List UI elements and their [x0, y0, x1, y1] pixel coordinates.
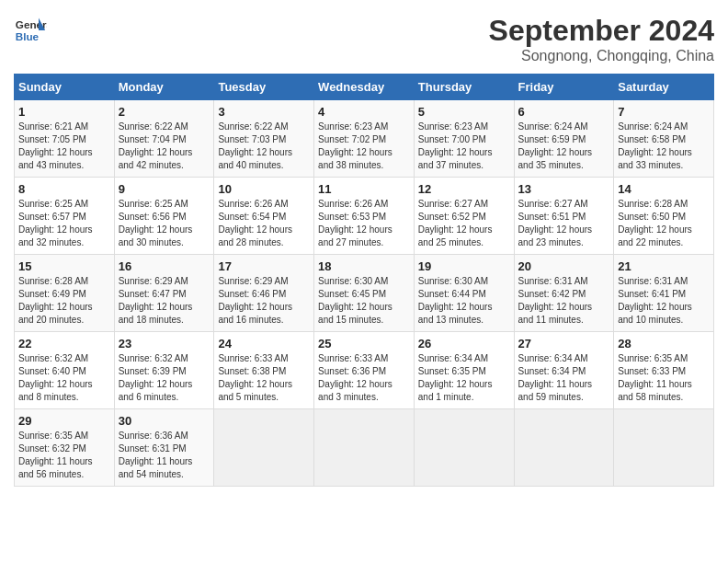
calendar-cell: 21Sunrise: 6:31 AM Sunset: 6:41 PM Dayli…: [614, 255, 714, 332]
calendar-cell: 22Sunrise: 6:32 AM Sunset: 6:40 PM Dayli…: [15, 332, 115, 409]
day-number: 30: [119, 414, 210, 428]
calendar-header-saturday: Saturday: [614, 75, 714, 100]
calendar-week-row: 22Sunrise: 6:32 AM Sunset: 6:40 PM Dayli…: [15, 332, 714, 409]
day-number: 20: [518, 259, 610, 273]
title-block: September 2024 Songnong, Chongqing, Chin…: [489, 14, 714, 64]
calendar-cell: 10Sunrise: 6:26 AM Sunset: 6:54 PM Dayli…: [214, 178, 314, 255]
calendar-cell: 2Sunrise: 6:22 AM Sunset: 7:04 PM Daylig…: [114, 100, 214, 178]
subtitle: Songnong, Chongqing, China: [489, 48, 714, 64]
day-info: Sunrise: 6:33 AM Sunset: 6:38 PM Dayligh…: [218, 352, 310, 404]
calendar-cell: [614, 409, 714, 487]
day-info: Sunrise: 6:35 AM Sunset: 6:32 PM Dayligh…: [18, 430, 110, 481]
calendar-cell: 28Sunrise: 6:35 AM Sunset: 6:33 PM Dayli…: [614, 332, 714, 409]
day-info: Sunrise: 6:24 AM Sunset: 6:58 PM Dayligh…: [618, 121, 710, 172]
calendar-cell: 17Sunrise: 6:29 AM Sunset: 6:46 PM Dayli…: [214, 255, 314, 332]
day-number: 16: [119, 259, 210, 273]
day-number: 15: [18, 259, 110, 273]
day-info: Sunrise: 6:30 AM Sunset: 6:45 PM Dayligh…: [318, 275, 410, 327]
calendar-cell: 24Sunrise: 6:33 AM Sunset: 6:38 PM Dayli…: [214, 332, 314, 409]
calendar-cell: 26Sunrise: 6:34 AM Sunset: 6:35 PM Dayli…: [414, 332, 514, 409]
day-info: Sunrise: 6:25 AM Sunset: 6:56 PM Dayligh…: [119, 198, 210, 249]
day-info: Sunrise: 6:22 AM Sunset: 7:03 PM Dayligh…: [218, 121, 310, 172]
day-number: 18: [318, 259, 410, 273]
calendar-cell: 13Sunrise: 6:27 AM Sunset: 6:51 PM Dayli…: [514, 178, 614, 255]
day-number: 11: [318, 182, 410, 196]
day-info: Sunrise: 6:32 AM Sunset: 6:39 PM Dayligh…: [119, 352, 210, 404]
day-info: Sunrise: 6:25 AM Sunset: 6:57 PM Dayligh…: [18, 198, 110, 249]
calendar-cell: 23Sunrise: 6:32 AM Sunset: 6:39 PM Dayli…: [114, 332, 214, 409]
calendar-cell: 8Sunrise: 6:25 AM Sunset: 6:57 PM Daylig…: [15, 178, 115, 255]
day-info: Sunrise: 6:34 AM Sunset: 6:34 PM Dayligh…: [518, 352, 610, 404]
day-info: Sunrise: 6:35 AM Sunset: 6:33 PM Dayligh…: [618, 352, 710, 404]
calendar-cell: 12Sunrise: 6:27 AM Sunset: 6:52 PM Dayli…: [414, 178, 514, 255]
day-number: 6: [518, 105, 610, 119]
day-number: 3: [218, 105, 310, 119]
calendar-cell: 3Sunrise: 6:22 AM Sunset: 7:03 PM Daylig…: [214, 100, 314, 178]
calendar-cell: 30Sunrise: 6:36 AM Sunset: 6:31 PM Dayli…: [114, 409, 214, 487]
day-info: Sunrise: 6:34 AM Sunset: 6:35 PM Dayligh…: [418, 352, 510, 404]
logo-icon: General Blue: [14, 14, 47, 47]
day-number: 24: [218, 337, 310, 350]
day-number: 2: [119, 105, 210, 119]
day-info: Sunrise: 6:36 AM Sunset: 6:31 PM Dayligh…: [119, 430, 210, 481]
day-number: 10: [218, 182, 310, 196]
day-info: Sunrise: 6:24 AM Sunset: 6:59 PM Dayligh…: [518, 121, 610, 172]
day-info: Sunrise: 6:26 AM Sunset: 6:54 PM Dayligh…: [218, 198, 310, 249]
day-number: 13: [518, 182, 610, 196]
calendar-header-monday: Monday: [114, 75, 214, 100]
calendar-week-row: 1Sunrise: 6:21 AM Sunset: 7:05 PM Daylig…: [15, 100, 714, 178]
calendar-header-tuesday: Tuesday: [214, 75, 314, 100]
day-info: Sunrise: 6:23 AM Sunset: 7:00 PM Dayligh…: [418, 121, 510, 172]
day-info: Sunrise: 6:27 AM Sunset: 6:51 PM Dayligh…: [518, 198, 610, 249]
day-info: Sunrise: 6:33 AM Sunset: 6:36 PM Dayligh…: [318, 352, 410, 404]
day-number: 8: [18, 182, 110, 196]
day-info: Sunrise: 6:29 AM Sunset: 6:47 PM Dayligh…: [119, 275, 210, 327]
day-number: 26: [418, 337, 510, 350]
day-info: Sunrise: 6:27 AM Sunset: 6:52 PM Dayligh…: [418, 198, 510, 249]
day-number: 1: [18, 105, 110, 119]
calendar-week-row: 8Sunrise: 6:25 AM Sunset: 6:57 PM Daylig…: [15, 178, 714, 255]
day-number: 28: [618, 337, 710, 350]
day-number: 23: [119, 337, 210, 350]
calendar-cell: 18Sunrise: 6:30 AM Sunset: 6:45 PM Dayli…: [314, 255, 415, 332]
calendar-cell: 20Sunrise: 6:31 AM Sunset: 6:42 PM Dayli…: [514, 255, 614, 332]
day-info: Sunrise: 6:31 AM Sunset: 6:41 PM Dayligh…: [618, 275, 710, 327]
calendar-cell: 11Sunrise: 6:26 AM Sunset: 6:53 PM Dayli…: [314, 178, 415, 255]
day-info: Sunrise: 6:21 AM Sunset: 7:05 PM Dayligh…: [18, 121, 110, 172]
day-number: 19: [418, 259, 510, 273]
day-info: Sunrise: 6:23 AM Sunset: 7:02 PM Dayligh…: [318, 121, 410, 172]
calendar-cell: 1Sunrise: 6:21 AM Sunset: 7:05 PM Daylig…: [15, 100, 115, 178]
day-info: Sunrise: 6:28 AM Sunset: 6:50 PM Dayligh…: [618, 198, 710, 249]
day-info: Sunrise: 6:22 AM Sunset: 7:04 PM Dayligh…: [119, 121, 210, 172]
day-number: 12: [418, 182, 510, 196]
calendar-cell: 16Sunrise: 6:29 AM Sunset: 6:47 PM Dayli…: [114, 255, 214, 332]
day-number: 29: [18, 414, 110, 428]
calendar-header-row: SundayMondayTuesdayWednesdayThursdayFrid…: [15, 75, 714, 100]
calendar-cell: 15Sunrise: 6:28 AM Sunset: 6:49 PM Dayli…: [15, 255, 115, 332]
calendar-table: SundayMondayTuesdayWednesdayThursdayFrid…: [14, 74, 714, 487]
calendar-cell: 5Sunrise: 6:23 AM Sunset: 7:00 PM Daylig…: [414, 100, 514, 178]
day-info: Sunrise: 6:26 AM Sunset: 6:53 PM Dayligh…: [318, 198, 410, 249]
calendar-cell: 14Sunrise: 6:28 AM Sunset: 6:50 PM Dayli…: [614, 178, 714, 255]
day-number: 22: [18, 337, 110, 350]
calendar-week-row: 15Sunrise: 6:28 AM Sunset: 6:49 PM Dayli…: [15, 255, 714, 332]
day-number: 7: [618, 105, 710, 119]
main-title: September 2024: [489, 14, 714, 48]
calendar-cell: 7Sunrise: 6:24 AM Sunset: 6:58 PM Daylig…: [614, 100, 714, 178]
day-info: Sunrise: 6:32 AM Sunset: 6:40 PM Dayligh…: [18, 352, 110, 404]
calendar-cell: 27Sunrise: 6:34 AM Sunset: 6:34 PM Dayli…: [514, 332, 614, 409]
calendar-week-row: 29Sunrise: 6:35 AM Sunset: 6:32 PM Dayli…: [15, 409, 714, 487]
day-number: 14: [618, 182, 710, 196]
calendar-header-thursday: Thursday: [414, 75, 514, 100]
day-number: 27: [518, 337, 610, 350]
calendar-cell: 9Sunrise: 6:25 AM Sunset: 6:56 PM Daylig…: [114, 178, 214, 255]
calendar-cell: [214, 409, 314, 487]
logo: General Blue: [14, 14, 47, 47]
svg-text:Blue: Blue: [16, 30, 40, 42]
calendar-cell: [314, 409, 415, 487]
day-number: 9: [119, 182, 210, 196]
calendar-cell: [514, 409, 614, 487]
calendar-cell: [414, 409, 514, 487]
calendar-header-friday: Friday: [514, 75, 614, 100]
day-info: Sunrise: 6:31 AM Sunset: 6:42 PM Dayligh…: [518, 275, 610, 327]
